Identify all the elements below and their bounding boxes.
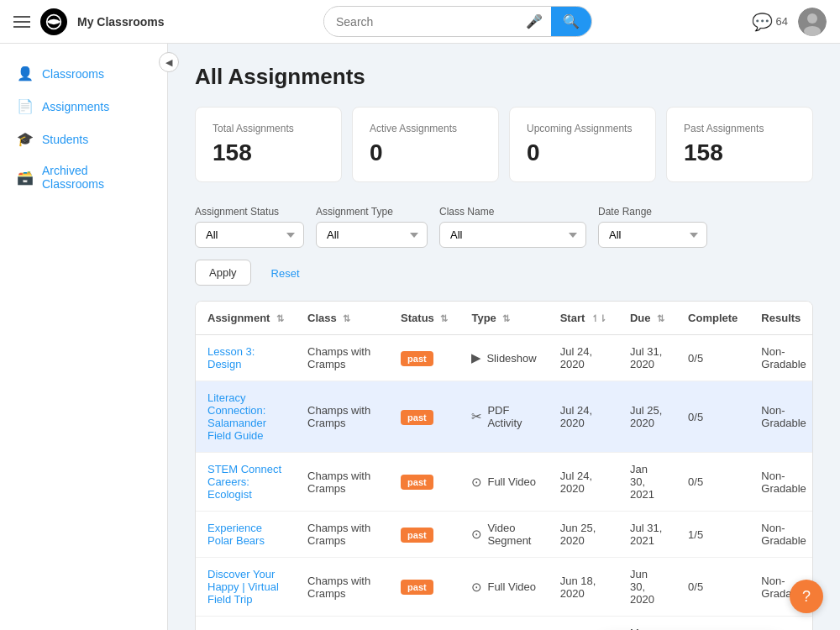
sort-icon-type: ⇅: [502, 313, 510, 323]
stat-total: Total Assignments 158: [195, 107, 342, 182]
table-row: Experience Polar Bears Champs with Cramp…: [196, 512, 813, 558]
sidebar-item-students[interactable]: 🎓 Students: [0, 123, 167, 155]
filter-status: Assignment Status All Active Past Upcomi…: [195, 206, 304, 248]
sidebar-toggle[interactable]: ◀: [159, 52, 179, 72]
due-cell: Mar 31, 2021: [618, 617, 676, 631]
stats-row: Total Assignments 158 Active Assignments…: [195, 107, 813, 182]
filter-class: Class Name All Champs with Cramps 051420…: [439, 206, 586, 248]
col-class[interactable]: Class ⇅: [296, 302, 389, 335]
complete-cell: 1/5: [676, 512, 749, 558]
filter-type-select[interactable]: All Slideshow PDF Activity Full Video Vi…: [316, 222, 428, 248]
sort-icon-assignment: ⇅: [276, 313, 284, 323]
assignment-cell: Literacy Connection: Salamander Field Gu…: [196, 381, 296, 453]
sidebar-item-archived[interactable]: 🗃️ Archived Classrooms: [0, 155, 167, 199]
start-cell: May 14, 2020: [549, 617, 618, 631]
filters-row: Assignment Status All Active Past Upcomi…: [195, 206, 813, 286]
col-start[interactable]: Start ↿⇂: [549, 302, 618, 335]
sidebar-label-classrooms: Classrooms: [42, 67, 104, 81]
stat-total-label: Total Assignments: [213, 123, 324, 134]
status-badge: past: [401, 410, 433, 425]
main-content: All Assignments Total Assignments 158 Ac…: [168, 44, 840, 630]
table-row: Literacy Connection: Salamander Field Gu…: [196, 381, 813, 453]
search-input[interactable]: [324, 8, 517, 35]
start-cell: Jun 25, 2020: [549, 512, 618, 558]
type-icon: ⊙: [471, 527, 482, 542]
stat-upcoming: Upcoming Assignments 0: [509, 107, 656, 182]
filter-date-label: Date Range: [598, 206, 707, 218]
status-cell: past: [389, 381, 459, 453]
assignment-cell: Lesson 3: Design: [196, 335, 296, 381]
type-cell: ⊙ Full Video: [459, 558, 548, 617]
table-row: New York Harbor School 051420 CLASSROOM …: [196, 617, 813, 631]
help-button[interactable]: ?: [790, 580, 823, 613]
due-cell: Jul 31, 2020: [618, 335, 676, 381]
results-cell: Non-Gradable: [749, 512, 813, 558]
type-icon: ⊙: [471, 475, 482, 490]
brand-name: My Classrooms: [77, 15, 164, 29]
assignments-icon: 📄: [17, 98, 34, 114]
stat-total-value: 158: [213, 139, 324, 166]
status-cell: past: [389, 453, 459, 512]
type-cell: ✂ PDF Activity: [459, 381, 548, 453]
type-icon: ⊙: [471, 580, 482, 595]
status-badge: past: [401, 351, 433, 366]
assignment-link[interactable]: STEM Connect Careers: Ecologist: [207, 463, 281, 501]
notification-badge[interactable]: 💬 64: [752, 12, 788, 32]
results-cell: Non-Gradable: [749, 453, 813, 512]
start-cell: Jun 18, 2020: [549, 558, 618, 617]
filter-status-select[interactable]: All Active Past Upcoming: [195, 222, 304, 248]
stat-past-value: 158: [684, 139, 795, 166]
mic-button[interactable]: 🎤: [517, 13, 551, 29]
class-cell: Champs with Cramps: [296, 453, 389, 512]
apply-button[interactable]: Apply: [195, 260, 251, 286]
col-status[interactable]: Status ⇅: [389, 302, 459, 335]
class-cell: Champs with Cramps: [296, 512, 389, 558]
col-assignment[interactable]: Assignment ⇅: [196, 302, 296, 335]
complete-cell: 0/5: [676, 453, 749, 512]
class-cell: Champs with Cramps: [296, 381, 389, 453]
user-avatar[interactable]: [798, 8, 827, 36]
status-cell: past: [389, 335, 459, 381]
archived-icon: 🗃️: [17, 170, 34, 186]
filter-class-label: Class Name: [439, 206, 586, 218]
type-icon: ▶: [471, 350, 481, 365]
table-row: STEM Connect Careers: Ecologist Champs w…: [196, 453, 813, 512]
brand-logo: [40, 8, 67, 35]
table-row: Discover Your Happy | Virtual Field Trip…: [196, 558, 813, 617]
class-cell: Champs with Cramps: [296, 558, 389, 617]
search-bar: 🎤 🔍: [164, 6, 751, 37]
classrooms-icon: 👤: [17, 66, 34, 81]
notification-count: 64: [776, 15, 788, 28]
stat-upcoming-value: 0: [527, 139, 638, 166]
filter-class-select[interactable]: All Champs with Cramps 051420 CLASSROOM: [439, 222, 586, 248]
sidebar: ◀ 👤 Classrooms 📄 Assignments 🎓 Students …: [0, 44, 168, 630]
sidebar-item-assignments[interactable]: 📄 Assignments: [0, 90, 167, 123]
page-title: All Assignments: [195, 64, 813, 90]
status-cell: past: [389, 617, 459, 631]
type-cell: ⊙ Full Video: [459, 453, 548, 512]
assignments-table: Assignment ⇅ Class ⇅ Status ⇅ Type ⇅ Sta…: [195, 301, 813, 630]
type-cell: ⊙ Video Segment: [459, 512, 548, 558]
filter-date-select[interactable]: All: [598, 222, 707, 248]
sort-icon-class: ⇅: [343, 313, 350, 323]
search-button[interactable]: 🔍: [551, 7, 591, 36]
complete-cell: 0/5: [676, 335, 749, 381]
assignment-link[interactable]: Experience Polar Bears: [207, 522, 265, 547]
assignment-link[interactable]: Literacy Connection: Salamander Field Gu…: [207, 391, 266, 442]
col-due[interactable]: Due ⇅: [618, 302, 676, 335]
status-cell: past: [389, 512, 459, 558]
hamburger-menu[interactable]: [13, 16, 30, 28]
col-type[interactable]: Type ⇅: [459, 302, 548, 335]
reset-button[interactable]: Reset: [258, 261, 313, 286]
results-cell: Non-Gradable: [749, 381, 813, 453]
assignment-link[interactable]: Discover Your Happy | Virtual Field Trip: [207, 568, 279, 606]
assignment-cell: STEM Connect Careers: Ecologist: [196, 453, 296, 512]
due-cell: Jan 30, 2021: [618, 453, 676, 512]
results-cell: Non-Gradable: [749, 335, 813, 381]
stat-upcoming-label: Upcoming Assignments: [527, 123, 638, 134]
type-label: Slideshow: [486, 352, 536, 365]
assignment-link[interactable]: Lesson 3: Design: [207, 345, 255, 370]
status-badge: past: [401, 475, 433, 490]
type-label: PDF Activity: [487, 404, 536, 429]
sidebar-item-classrooms[interactable]: 👤 Classrooms: [0, 57, 167, 90]
